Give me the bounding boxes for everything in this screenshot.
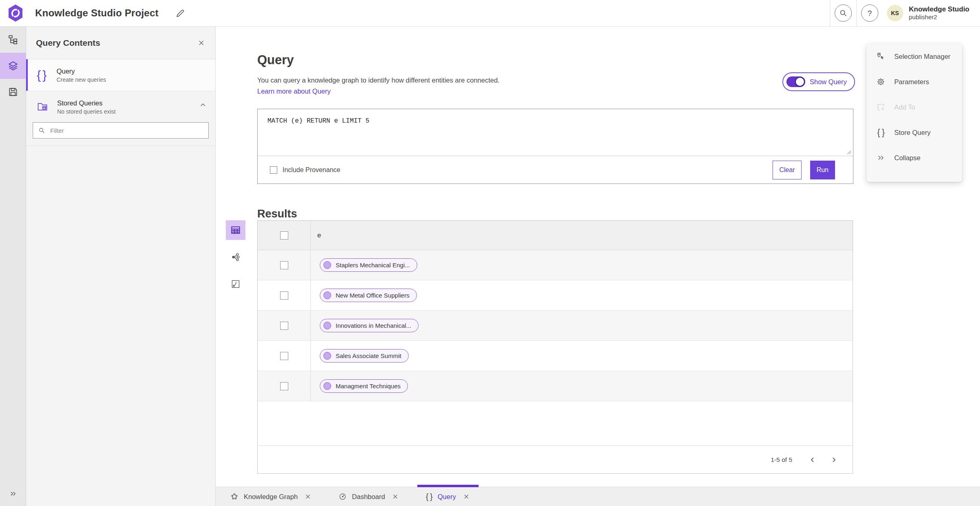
entity-label: Innovations in Mechanical... (336, 322, 411, 329)
sidebar-item-save[interactable] (0, 79, 26, 105)
search-button[interactable] (835, 4, 852, 22)
action-parameters[interactable]: Parameters (866, 69, 962, 94)
double-chevron-right-icon (9, 490, 17, 498)
show-query-toggle[interactable]: Show Query (782, 72, 855, 91)
row-checkbox[interactable] (280, 322, 288, 330)
query-braces-icon: { } (37, 69, 46, 81)
action-add-to: Add To (866, 94, 962, 120)
collapse-chevrons-icon (876, 153, 885, 162)
query-text-input[interactable]: MATCH (e) RETURN e LIMIT 5 (258, 109, 853, 156)
app-logo-icon[interactable] (7, 4, 24, 22)
column-header-e[interactable]: e (311, 221, 321, 250)
filter-input[interactable] (49, 127, 203, 134)
panel-item-query[interactable]: { } Query Create new queries (26, 59, 215, 91)
link-chart-view-button[interactable] (226, 247, 245, 267)
entity-dot-icon (323, 382, 331, 390)
panel-close-button[interactable] (196, 37, 207, 49)
action-label: Store Query (894, 129, 931, 137)
sidebar-item-data-model[interactable] (0, 27, 26, 53)
toggle-knob (795, 77, 805, 87)
entity-dot-icon (323, 291, 331, 299)
table-pagination: 1-5 of 5 (258, 446, 853, 473)
entity-pill[interactable]: Staplers Mechanical Engi... (320, 258, 417, 272)
tab-close-icon[interactable] (392, 493, 399, 500)
learn-more-link[interactable]: Learn more about Query (257, 87, 331, 95)
top-header: Knowledge Studio Project ? KS Knowledge … (0, 0, 980, 27)
user-avatar[interactable]: KS (887, 5, 903, 21)
row-checkbox[interactable] (280, 352, 288, 360)
table-empty-space (258, 401, 853, 446)
pagination-range-label: 1-5 of 5 (771, 456, 792, 463)
table-row: Staplers Mechanical Engi... (258, 250, 853, 280)
toggle-switch-on[interactable] (786, 76, 805, 87)
chevron-right-icon (830, 456, 838, 464)
knowledge-studio-app: Knowledge Studio Project ? KS Knowledge … (0, 0, 980, 506)
filter-search-icon (38, 127, 45, 134)
row-checkbox[interactable] (280, 291, 288, 300)
tab-dashboard[interactable]: Dashboard (330, 487, 408, 506)
row-checkbox[interactable] (280, 382, 288, 390)
tab-close-icon[interactable] (304, 493, 312, 500)
entity-label: Managment Techniques (336, 383, 401, 390)
pagination-next-button[interactable] (826, 452, 842, 468)
avatar-initials: KS (891, 10, 899, 16)
entity-pill[interactable]: Innovations in Mechanical... (320, 319, 419, 332)
query-contents-panel: Query Contents { } Query Create new quer… (26, 27, 216, 506)
editor-footer: Include Provenance Clear Run (258, 156, 853, 184)
resize-handle-icon[interactable] (847, 150, 851, 154)
results-view-toolbar (226, 220, 245, 294)
clear-button[interactable]: Clear (773, 161, 801, 179)
tab-close-icon[interactable] (463, 493, 470, 500)
entity-label: Staplers Mechanical Engi... (336, 262, 410, 269)
query-braces-icon: { } (426, 493, 432, 501)
action-store-query[interactable]: { } Store Query (866, 120, 962, 145)
project-title: Knowledge Studio Project (35, 7, 158, 19)
save-icon (8, 87, 18, 97)
tab-query[interactable]: { } Query (417, 487, 479, 506)
pagination-prev-button[interactable] (804, 452, 821, 468)
store-query-braces-icon: { } (876, 128, 885, 137)
entity-pill[interactable]: Managment Techniques (320, 379, 408, 393)
add-to-icon (876, 103, 885, 112)
header-right-cluster: ? KS Knowledge Studio publisher2 (830, 0, 980, 26)
run-button[interactable]: Run (810, 161, 835, 179)
table-row: Sales Associate Summit (258, 341, 853, 371)
section-divider (26, 139, 215, 146)
stored-queries-filter (33, 122, 209, 139)
query-page-title: Query (257, 53, 294, 67)
edit-title-pencil-icon[interactable] (175, 7, 187, 20)
entity-pill[interactable]: New Metal Office Suppliers (320, 289, 417, 302)
help-button[interactable]: ? (861, 4, 878, 22)
show-query-label: Show Query (810, 78, 847, 86)
selection-manager-icon (876, 52, 885, 61)
stored-queries-collapse-button[interactable] (197, 99, 209, 111)
stored-queries-section-header[interactable]: Stored Queries No stored queries exist (26, 91, 215, 115)
select-all-checkbox[interactable] (280, 231, 288, 240)
action-label: Parameters (894, 78, 929, 86)
map-view-icon (231, 279, 241, 289)
data-model-icon (8, 34, 18, 45)
query-description: You can query a knowledge graph to ident… (257, 76, 499, 84)
table-row: Innovations in Mechanical... (258, 311, 853, 341)
table-view-button[interactable] (226, 220, 245, 240)
entity-dot-icon (323, 261, 331, 269)
entity-label: New Metal Office Suppliers (336, 292, 410, 299)
search-icon (839, 9, 848, 18)
layers-icon (8, 60, 18, 71)
close-icon (197, 39, 205, 47)
action-label: Add To (894, 103, 915, 111)
query-item-subtitle: Create new queries (56, 76, 106, 83)
entity-pill[interactable]: Sales Associate Summit (320, 349, 409, 363)
user-menu[interactable]: Knowledge Studio publisher2 (909, 5, 969, 21)
row-checkbox[interactable] (280, 261, 288, 269)
panel-title: Query Contents (36, 38, 196, 48)
sidebar-item-layers[interactable] (0, 53, 26, 79)
sidebar-expand-button[interactable] (0, 486, 26, 501)
action-collapse[interactable]: Collapse (866, 145, 962, 170)
entity-dot-icon (323, 352, 331, 360)
action-selection-manager[interactable]: Selection Manager (866, 44, 962, 69)
tab-knowledge-graph[interactable]: Knowledge Graph (222, 487, 320, 506)
map-view-button[interactable] (226, 274, 245, 294)
include-provenance-checkbox[interactable] (270, 166, 277, 174)
results-title: Results (257, 208, 297, 220)
